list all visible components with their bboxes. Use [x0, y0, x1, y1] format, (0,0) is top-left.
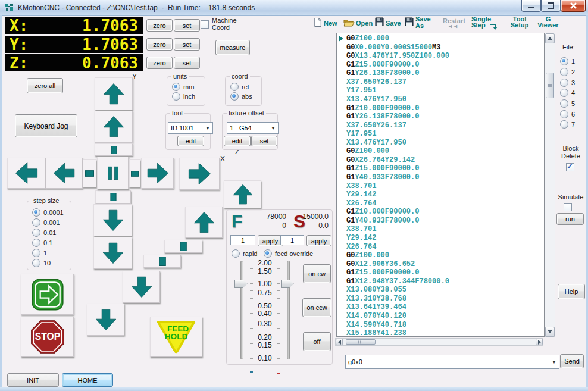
- feed-hold-button[interactable]: FEED HOLD: [150, 317, 202, 357]
- toolbar-open-button[interactable]: Open: [343, 15, 373, 31]
- spindle-off-button[interactable]: off: [303, 332, 331, 351]
- scroll-down-button[interactable]: [545, 327, 555, 337]
- file-option-2[interactable]: 2: [560, 68, 575, 76]
- gcode-horizontal-scrollbar[interactable]: [335, 338, 543, 346]
- toolbar-save-button[interactable]: Save: [375, 15, 402, 31]
- step-size-option-0.1[interactable]: 0.1: [32, 239, 52, 247]
- toolbar-g-viewer-button[interactable]: G Viewer: [536, 15, 561, 31]
- help-button[interactable]: Help: [558, 284, 585, 299]
- file-option-7[interactable]: 7: [560, 120, 575, 129]
- mode-option-feed-override[interactable]: feed override: [264, 249, 313, 258]
- scroll-up-button[interactable]: [545, 33, 555, 43]
- jog-x-minus-button[interactable]: [46, 158, 83, 189]
- set-button-y[interactable]: set: [174, 38, 200, 51]
- spindle-override-thumb[interactable]: [281, 280, 294, 288]
- gcode-viewer[interactable]: G0Z100.000G0X0.000Y0.000S15000M3G0X13.47…: [336, 33, 545, 337]
- jog-y-step-minus-button[interactable]: [95, 190, 131, 204]
- keyboard-jog-button[interactable]: Keyboard Jog: [15, 114, 77, 137]
- feed-override-slider[interactable]: [240, 261, 243, 359]
- feedrate-apply-button[interactable]: apply: [258, 235, 283, 246]
- radio-icon: [172, 92, 180, 101]
- spindle-input[interactable]: [280, 235, 304, 245]
- gcode-vertical-scrollbar[interactable]: [545, 33, 555, 337]
- feedrate-input[interactable]: [230, 235, 255, 245]
- set-button-z[interactable]: set: [174, 57, 200, 69]
- toolbar-single-step-button[interactable]: Single Step: [470, 15, 499, 31]
- toolbar-tool-setup-button[interactable]: Tool Setup: [506, 15, 533, 31]
- zero-button-x[interactable]: zero: [146, 19, 173, 32]
- init-button[interactable]: INIT: [7, 373, 59, 387]
- title-bar[interactable]: KMotionCNC - Connected - Z:\CNC\Test.tap…: [0, 0, 588, 16]
- toolbar-new-button[interactable]: New: [314, 15, 339, 31]
- run-button[interactable]: run: [556, 213, 584, 225]
- spindle-on-ccw-button[interactable]: on ccw: [302, 298, 331, 317]
- mdi-command-input[interactable]: g0x0▼: [345, 355, 559, 369]
- toolbar-restart-button[interactable]: Restart ◄◄: [442, 15, 468, 31]
- fixture-edit-button[interactable]: edit: [224, 136, 251, 146]
- jog-z-plus-fast-button[interactable]: [224, 180, 261, 208]
- file-option-4[interactable]: 4: [560, 89, 575, 97]
- toolbar-save-as-button[interactable]: Save As: [405, 15, 432, 31]
- scrollbar-thumb[interactable]: [546, 73, 554, 98]
- fixture-offset-select[interactable]: 1 - G54▼: [227, 122, 279, 134]
- jog-step-icon: [111, 146, 117, 154]
- close-button[interactable]: [561, 0, 586, 12]
- units-option-inch[interactable]: inch: [172, 92, 195, 101]
- jog-y-minus-button[interactable]: [93, 204, 132, 236]
- jog-x-minus-fast-button[interactable]: [7, 158, 46, 189]
- zero-button-z[interactable]: zero: [146, 57, 173, 69]
- zero-all-button[interactable]: zero all: [27, 78, 63, 93]
- feed-override-thumb[interactable]: [234, 280, 248, 288]
- spindle-override-slider[interactable]: [287, 261, 290, 359]
- jog-pause-button[interactable]: [97, 157, 129, 189]
- step-size-option-0.01[interactable]: 0.01: [32, 229, 56, 237]
- coord-option-abs[interactable]: abs: [230, 92, 252, 101]
- go-button[interactable]: [21, 274, 74, 315]
- zero-button-y[interactable]: zero: [146, 38, 173, 51]
- home-button[interactable]: HOME: [62, 373, 113, 387]
- scroll-left-button[interactable]: [336, 339, 343, 345]
- send-button[interactable]: Send: [560, 354, 584, 368]
- jog-x-step-plus-button[interactable]: [129, 159, 140, 187]
- machine-coord-checkbox[interactable]: [201, 20, 209, 29]
- spindle-on-cw-button[interactable]: on cw: [303, 264, 331, 283]
- tool-edit-button[interactable]: edit: [177, 136, 204, 146]
- simulate-checkbox[interactable]: [564, 203, 572, 211]
- stop-button[interactable]: STOP: [21, 317, 74, 357]
- file-option-6[interactable]: 6: [560, 110, 575, 118]
- scroll-right-button[interactable]: [536, 339, 543, 345]
- jog-z-minus-button[interactable]: [123, 271, 160, 303]
- scrollbar-thumb[interactable]: [346, 339, 376, 345]
- jog-y-plus-fast-button[interactable]: [95, 77, 133, 110]
- app-icon[interactable]: [5, 3, 14, 12]
- minimize-button[interactable]: [521, 0, 541, 12]
- jog-z-minus-fast-button[interactable]: [87, 304, 124, 336]
- jog-z-step-plus-button[interactable]: [164, 240, 202, 253]
- step-size-option-0.0001[interactable]: 0.0001: [32, 208, 64, 217]
- units-option-mm[interactable]: mm: [172, 83, 194, 91]
- step-size-option-0.001[interactable]: 0.001: [32, 218, 60, 227]
- file-option-1[interactable]: 1: [560, 57, 575, 65]
- jog-y-plus-button[interactable]: [95, 111, 133, 143]
- coord-option-rel[interactable]: rel: [230, 83, 249, 91]
- spindle-apply-button[interactable]: apply: [306, 235, 331, 246]
- jog-x-plus-button[interactable]: [141, 158, 174, 189]
- jog-x-step-minus-button[interactable]: [83, 159, 96, 187]
- maximize-button[interactable]: [541, 0, 561, 12]
- step-size-option-10[interactable]: 10: [32, 259, 51, 267]
- jog-z-plus-button[interactable]: [185, 207, 223, 238]
- jog-y-step-plus-button[interactable]: [95, 143, 133, 156]
- fixture-set-button[interactable]: set: [251, 136, 277, 146]
- file-option-3[interactable]: 3: [560, 79, 575, 87]
- mode-option-rapid[interactable]: rapid: [232, 249, 257, 258]
- file-option-5[interactable]: 5: [560, 99, 575, 108]
- jog-z-step-minus-button[interactable]: [143, 255, 181, 268]
- tool-select[interactable]: ID 1001▼: [168, 122, 213, 134]
- jog-y-minus-fast-button[interactable]: [93, 237, 132, 269]
- set-button-x[interactable]: set: [174, 19, 200, 32]
- chevron-down-icon: ▼: [271, 126, 276, 131]
- step-size-option-1[interactable]: 1: [32, 249, 47, 257]
- block-delete-checkbox[interactable]: [566, 163, 574, 171]
- jog-x-plus-fast-button[interactable]: [179, 158, 220, 190]
- measure-button[interactable]: measure: [215, 40, 250, 55]
